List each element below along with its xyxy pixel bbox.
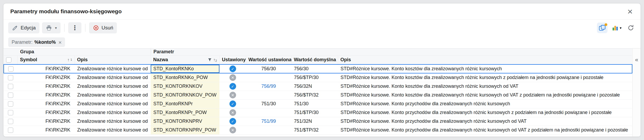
table-row[interactable]: FK\RK\ZRK Zrealizowane różnice kursowe o… (4, 126, 632, 134)
row-checkbox[interactable] (8, 119, 13, 124)
collapse-panel-icon[interactable]: « (635, 57, 638, 137)
cell-nazwa[interactable]: STD_KONTORKNPRV (151, 117, 219, 126)
row-checkbox[interactable] (8, 75, 13, 80)
cell-symbol: FK\RK\ZRK (17, 108, 75, 117)
cell-wartosc-domyslna: 756/$TP/30 (291, 73, 338, 82)
row-checkbox[interactable] (8, 128, 13, 133)
column-header-row: Symbol ↑1 Opis Nazwa ↑2 (4, 55, 632, 64)
row-checkbox[interactable] (8, 66, 13, 72)
notification-dot-icon (605, 23, 607, 26)
column-header-opis-grupy[interactable]: Opis (75, 55, 151, 64)
column-header-symbol[interactable]: Symbol ↑1 (17, 55, 75, 64)
cell-nazwa[interactable]: STD_KONTORKNKOV (151, 82, 219, 91)
toolbar-separator (85, 24, 85, 32)
filter-chip-label: Parametr: (12, 40, 33, 45)
close-icon[interactable]: × (626, 7, 634, 16)
bar-chart-icon (612, 24, 619, 31)
cell-nazwa[interactable]: STD_KontoRKNPr (151, 99, 219, 108)
cell-opis: STD#Różnice kursowe. Konto kosztów dla z… (338, 82, 632, 91)
select-all-checkbox[interactable] (6, 57, 11, 63)
column-group-header-row: Grupa Parametr (4, 49, 632, 55)
ustawiony-status-icon: ✓ (229, 100, 236, 107)
cell-wartosc-domyslna: 751/32N (291, 117, 338, 126)
cell-symbol: FK\RK\ZRK (17, 99, 75, 108)
ustawiony-status-icon: ✕ (229, 109, 236, 116)
table-row[interactable]: FK\RK\ZRK Zrealizowane różnice kursowe o… (4, 82, 632, 91)
sort-indicator: ↑2 (213, 58, 217, 62)
cell-wartosc-ustawiona-link[interactable]: 756/99 (246, 82, 291, 91)
cell-ustawiony: ✕ (219, 73, 246, 82)
titlebar: Parametry modułu finansowo-księgowego × (3, 3, 641, 20)
cell-opis-grupy: Zrealizowane różnice kursowe od (75, 64, 151, 73)
delete-button[interactable]: Usuń (89, 22, 117, 33)
row-checkbox[interactable] (8, 84, 13, 89)
delete-button-label: Usuń (102, 25, 113, 31)
toolbar: Edycja ▾ ⋮ Usuń (3, 20, 641, 36)
cell-opis-grupy: Zrealizowane różnice kursowe od (75, 82, 151, 91)
filter-icon[interactable] (208, 58, 212, 62)
cell-nazwa[interactable]: STD_KONTORKNKOV_POW (151, 91, 219, 99)
column-header-wartosc-domyslna[interactable]: Wartość domyślna (291, 55, 338, 64)
cell-opis: STD#Różnice kursowe. Konto przychodów dl… (338, 99, 632, 108)
cell-opis: STD#Różnice kursowe. Konto kosztów dla z… (338, 64, 632, 73)
cell-opis: STD#Różnice kursowe. Konto kosztów dla z… (338, 73, 632, 82)
cell-symbol: FK\RK\ZRK (17, 91, 75, 99)
chevron-down-icon: ▾ (55, 26, 57, 30)
cell-wartosc-ustawiona (246, 108, 291, 117)
side-panel-strip: « (632, 49, 641, 137)
cell-opis-grupy: Zrealizowane różnice kursowe od (75, 91, 151, 99)
more-options-button[interactable]: ⋮ (68, 22, 81, 33)
cell-opis: STD#Różnice kursowe. Konto przychodów dl… (338, 126, 632, 134)
cell-opis: STD#Różnice kursowe. Konto kosztów dla z… (338, 91, 632, 99)
cell-nazwa[interactable]: STD_KontoRKNKo_POW (151, 73, 219, 82)
table-row[interactable]: FK\RK\ZRK Zrealizowane różnice kursowe o… (4, 99, 632, 108)
cell-ustawiony: ✓ (219, 64, 246, 73)
column-header-opis[interactable]: Opis (338, 55, 632, 64)
table-row[interactable]: FK\RK\ZRK Zrealizowane różnice kursowe o… (4, 64, 632, 73)
row-checkbox[interactable] (8, 101, 13, 107)
column-header-nazwa[interactable]: Nazwa ↑2 (151, 55, 219, 64)
cell-wartosc-domyslna: 751/$TP/32 (291, 126, 338, 134)
cell-nazwa[interactable]: STD_KontoRKNPr_POW (151, 108, 219, 117)
cell-opis-grupy: Zrealizowane różnice kursowe od (75, 117, 151, 126)
group-header-grupa: Grupa (17, 49, 151, 55)
filter-chip[interactable]: Parametr: %konto% × (8, 37, 65, 47)
parameters-window: Parametry modułu finansowo-księgowego × … (3, 3, 641, 137)
cell-opis-grupy: Zrealizowane różnice kursowe od (75, 108, 151, 117)
table-row[interactable]: FK\RK\ZRK Zrealizowane różnice kursowe o… (4, 91, 632, 99)
ustawiony-status-icon: ✕ (229, 74, 236, 81)
row-checkbox[interactable] (8, 110, 13, 115)
table-row[interactable]: FK\RK\ZRK Zrealizowane różnice kursowe o… (4, 108, 632, 117)
cell-wartosc-domyslna: 756/$TP/32 (291, 91, 338, 99)
print-button[interactable]: ▾ (42, 22, 61, 33)
ustawiony-status-icon: ✕ (229, 92, 236, 98)
cell-opis-grupy: Zrealizowane różnice kursowe od (75, 126, 151, 134)
cell-opis-grupy: Zrealizowane różnice kursowe od (75, 99, 151, 108)
cell-wartosc-ustawiona-link[interactable]: 751/99 (246, 117, 291, 126)
cell-ustawiony: ✓ (219, 99, 246, 108)
cell-ustawiony: ✕ (219, 91, 246, 99)
edit-button[interactable]: Edycja (8, 22, 39, 33)
column-header-wartosc-ustawiona[interactable]: Wartość ustawiona (246, 55, 291, 64)
chart-view-button[interactable]: ▾ (610, 23, 623, 33)
column-header-ustawiony[interactable]: Ustawiony (219, 55, 246, 64)
remove-filter-icon[interactable]: × (58, 40, 62, 45)
refresh-button[interactable] (626, 23, 636, 33)
cell-nazwa[interactable]: STD_KontoRKNKo (151, 64, 219, 73)
table-row[interactable]: FK\RK\ZRK Zrealizowane różnice kursowe o… (4, 117, 632, 126)
filter-chip-value: %konto% (34, 40, 56, 45)
cell-opis: STD#Różnice kursowe. Konto przychodów dl… (338, 108, 632, 117)
ustawiony-status-icon: ✓ (229, 83, 236, 90)
group-header-parametr: Parametr (151, 49, 632, 55)
edit-pencil-icon (12, 25, 18, 31)
row-checkbox[interactable] (8, 93, 13, 98)
cell-wartosc-domyslna: 751/30 (291, 99, 338, 108)
toolbar-separator (64, 24, 65, 32)
edit-button-label: Edycja (21, 25, 36, 31)
table-row[interactable]: FK\RK\ZRK Zrealizowane różnice kursowe o… (4, 73, 632, 82)
cell-nazwa[interactable]: STD_KONTORKNPRV_POW (151, 126, 219, 134)
panels-view-button[interactable] (597, 23, 608, 33)
printer-icon (46, 25, 52, 31)
cell-symbol: FK\RK\ZRK (17, 64, 75, 73)
cell-symbol: FK\RK\ZRK (17, 82, 75, 91)
